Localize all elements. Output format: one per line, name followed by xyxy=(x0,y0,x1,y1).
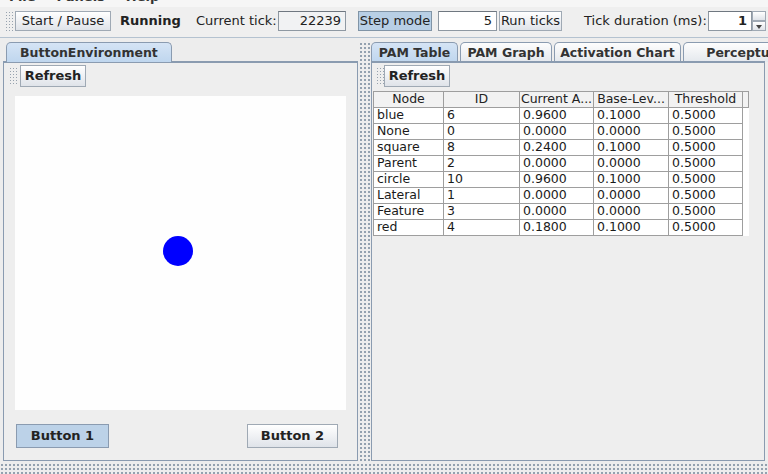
run-ticks-count-field[interactable]: 5 xyxy=(438,11,497,31)
table-row[interactable]: square80.24000.10000.5000 xyxy=(374,140,749,156)
table-header-cell[interactable]: Base-Lev... xyxy=(594,92,669,108)
table-header-cell[interactable]: Node xyxy=(374,92,444,108)
table-cell: Parent xyxy=(374,156,444,172)
table-cell: 0.5000 xyxy=(669,140,743,156)
table-cell: 0.0000 xyxy=(594,124,669,140)
table-row[interactable]: red40.18000.10000.5000 xyxy=(374,220,749,236)
table-cell: 0.5000 xyxy=(669,172,743,188)
table-cell: 0.5000 xyxy=(669,108,743,124)
toolbar-grip[interactable] xyxy=(376,67,384,85)
menu-bar: FilePanelsHelp xyxy=(0,0,768,7)
table-cell: 0.0000 xyxy=(520,188,594,204)
table-cell: 0.9600 xyxy=(520,108,594,124)
button-2[interactable]: Button 2 xyxy=(247,424,338,448)
pam-tabs: PAM TablePAM GraphActivation ChartPercep… xyxy=(371,42,768,62)
table-cell: 0.0000 xyxy=(520,124,594,140)
table-cell: blue xyxy=(374,108,444,124)
table-cell: 0.1800 xyxy=(520,220,594,236)
table-cell: 0.5000 xyxy=(669,188,743,204)
table-row[interactable]: None00.00000.00000.5000 xyxy=(374,124,749,140)
table-header-cell[interactable]: Current A... xyxy=(520,92,594,108)
menu-item-panels[interactable]: Panels xyxy=(57,0,105,4)
table-cell: 0.1000 xyxy=(594,108,669,124)
table-cell: 0.0000 xyxy=(520,156,594,172)
table-cell: Lateral xyxy=(374,188,444,204)
table-cell: 3 xyxy=(444,204,520,220)
tick-duration-field[interactable]: 1 xyxy=(708,11,752,31)
table-cell: 0.0000 xyxy=(594,156,669,172)
vertical-splitter[interactable] xyxy=(359,42,370,461)
tab-pam-table[interactable]: PAM Table xyxy=(371,42,458,62)
table-cell: 0.2400 xyxy=(520,140,594,156)
pam-table: NodeIDCurrent A...Base-Lev...Thresholdbl… xyxy=(373,91,749,236)
step-mode-toggle[interactable]: Step mode xyxy=(358,11,432,31)
tab-activation-chart[interactable]: Activation Chart xyxy=(554,42,681,62)
start-pause-button[interactable]: Start / Pause xyxy=(15,11,111,31)
table-cell: 1 xyxy=(444,188,520,204)
table-cell: 0.1000 xyxy=(594,220,669,236)
table-row[interactable]: Parent20.00000.00000.5000 xyxy=(374,156,749,172)
current-tick-field[interactable]: 22239 xyxy=(278,11,346,31)
table-header-row: NodeIDCurrent A...Base-Lev...Threshold xyxy=(374,92,749,108)
environment-panel-body: Refresh Button 1 Button 2 xyxy=(3,61,358,461)
table-row[interactable]: circle100.96000.10000.5000 xyxy=(374,172,749,188)
main-toolbar: Start / Pause Running Current tick: 2223… xyxy=(0,7,768,38)
menu-item-file[interactable]: File xyxy=(9,0,36,4)
run-ticks-button[interactable]: Run ticks xyxy=(499,11,562,31)
table-cell: 4 xyxy=(444,220,520,236)
table-cell: 0.1000 xyxy=(594,140,669,156)
refresh-button[interactable]: Refresh xyxy=(20,65,86,87)
table-cell: red xyxy=(374,220,444,236)
table-row[interactable]: Feature30.00000.00000.5000 xyxy=(374,204,749,220)
menu-item-help[interactable]: Help xyxy=(126,0,159,4)
table-row[interactable]: Lateral10.00000.00000.5000 xyxy=(374,188,749,204)
refresh-button[interactable]: Refresh xyxy=(384,65,450,87)
table-cell: 0.1000 xyxy=(594,172,669,188)
environment-panel: ButtonEnvironment Refresh Button 1 Butto… xyxy=(3,42,358,461)
table-header-cell[interactable]: Threshold xyxy=(669,92,743,108)
tab-button-environment[interactable]: ButtonEnvironment xyxy=(6,42,172,62)
toolbar-grip[interactable] xyxy=(5,11,13,31)
table-cell: 0.5000 xyxy=(669,156,743,172)
tick-duration-spinner xyxy=(752,11,766,31)
table-cell: 0 xyxy=(444,124,520,140)
table-cell: 0.0000 xyxy=(594,188,669,204)
toolbar-grip[interactable] xyxy=(9,67,17,85)
table-cell: 6 xyxy=(444,108,520,124)
table-cell: 10 xyxy=(444,172,520,188)
application-window: FilePanelsHelp Start / Pause Running Cur… xyxy=(0,0,768,474)
spinner-up-icon[interactable] xyxy=(752,11,766,21)
horizontal-splitter[interactable] xyxy=(0,463,768,474)
environment-canvas xyxy=(15,96,346,410)
button-1[interactable]: Button 1 xyxy=(16,424,109,448)
table-cell: square xyxy=(374,140,444,156)
table-cell: 0.5000 xyxy=(669,220,743,236)
table-cell: 0.9600 xyxy=(520,172,594,188)
table-cell: 0.0000 xyxy=(520,204,594,220)
table-cell: 2 xyxy=(444,156,520,172)
table-header-filler xyxy=(743,92,749,108)
menu-bar-items: FilePanelsHelp xyxy=(9,0,180,4)
table-cell: Feature xyxy=(374,204,444,220)
pam-panel: PAM TablePAM GraphActivation ChartPercep… xyxy=(371,42,768,461)
pam-panel-body: Refresh NodeIDCurrent A...Base-Lev...Thr… xyxy=(371,61,765,461)
tab-perceptu[interactable]: Perceptu xyxy=(683,42,768,62)
tab-pam-graph[interactable]: PAM Graph xyxy=(460,42,552,62)
spinner-down-icon[interactable] xyxy=(752,21,766,31)
table-cell: 0.5000 xyxy=(669,204,743,220)
table-cell: None xyxy=(374,124,444,140)
blue-circle xyxy=(163,236,193,266)
table-cell: 8 xyxy=(444,140,520,156)
current-tick-label: Current tick: xyxy=(196,11,277,31)
table-cell: 0.5000 xyxy=(669,124,743,140)
table-row[interactable]: blue60.96000.10000.5000 xyxy=(374,108,749,124)
table-cell: 0.0000 xyxy=(594,204,669,220)
table-header-cell[interactable]: ID xyxy=(444,92,520,108)
table-cell: circle xyxy=(374,172,444,188)
tick-duration-label: Tick duration (ms): xyxy=(584,11,707,31)
status-label: Running xyxy=(120,11,181,31)
